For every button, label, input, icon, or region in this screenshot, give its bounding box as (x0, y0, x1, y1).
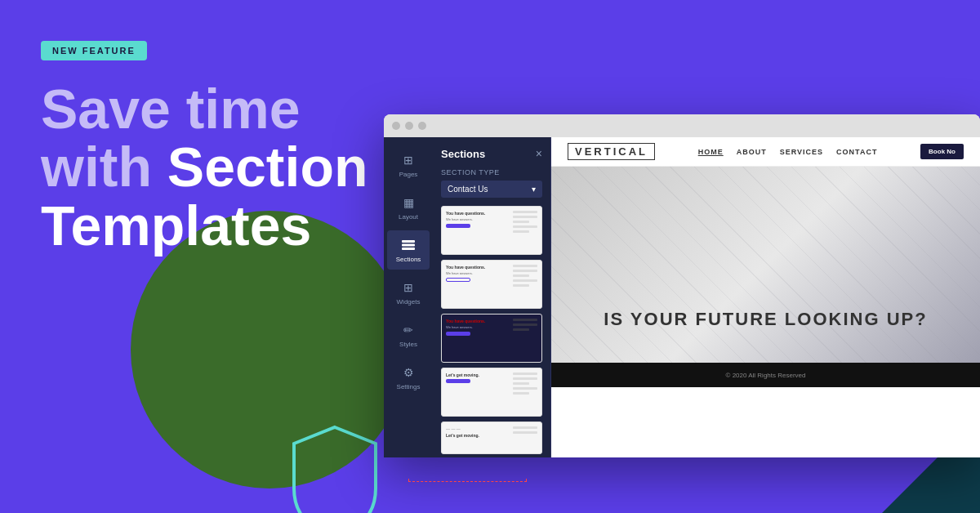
template-thumb-1[interactable]: You have questions. We have answers. (441, 206, 542, 255)
nav-link-services[interactable]: SERVICES (780, 148, 823, 156)
t5-form-line-2 (513, 431, 537, 434)
layout-label: Layout (399, 213, 418, 221)
t4-form-line-5 (513, 392, 529, 395)
t4-form-line-4 (513, 387, 537, 390)
nav-link-home[interactable]: HOME (698, 148, 724, 156)
selection-indicator (408, 479, 527, 482)
widgets-label: Widgets (397, 298, 421, 306)
t3-btn (446, 332, 470, 336)
t2-form (513, 265, 537, 287)
sections-label: Sections (396, 256, 421, 263)
dropdown-chevron-icon: ▾ (532, 185, 536, 194)
sidebar-item-styles[interactable]: ✏ Styles (387, 315, 430, 355)
template-thumb-4[interactable]: Let's get moving. (441, 368, 542, 417)
t4-form (513, 372, 537, 395)
section-type-dropdown[interactable]: Contact Us ▾ (441, 181, 542, 198)
browser-dot-1 (392, 122, 400, 130)
svg-rect-2 (402, 248, 415, 250)
t2-form-line-5 (513, 284, 529, 287)
svg-rect-0 (402, 240, 415, 243)
heading-line3: Templates (41, 194, 311, 256)
t3-form-line-1 (513, 319, 537, 321)
nav-link-about[interactable]: ABOUT (737, 148, 767, 156)
footer-text: © 2020 All Rights Reserved (726, 372, 806, 379)
heading-line1: Save time (41, 78, 301, 140)
settings-icon: ⚙ (400, 364, 416, 381)
settings-label: Settings (397, 383, 421, 390)
svg-rect-1 (402, 244, 415, 247)
left-content-area: NEW FEATURE Save time with Section Templ… (41, 41, 384, 255)
t2-form-line-3 (513, 274, 529, 277)
t4-form-line-1 (513, 372, 537, 375)
browser-dot-2 (405, 122, 413, 130)
main-heading: Save time with Section Templates (41, 80, 384, 255)
browser-content: ⊞ Pages ▦ Layout Sections (384, 137, 980, 457)
t4-form-line-2 (513, 377, 537, 380)
nav-link-contact[interactable]: CONTACT (836, 148, 877, 156)
hero-bg-pattern (551, 167, 980, 363)
template-thumb-2[interactable]: You have questions. We have answers. (441, 260, 542, 309)
browser-dot-3 (418, 122, 426, 130)
form-line-1 (513, 211, 537, 213)
template-thumb-5[interactable]: — — — Let's get moving. (441, 422, 542, 454)
panel-header: Sections × (441, 147, 542, 160)
nav-cta-button[interactable]: Book No (920, 144, 964, 159)
form-line-5 (513, 230, 529, 233)
footer-bar: © 2020 All Rights Reserved (551, 363, 980, 387)
sidebar-item-sections[interactable]: Sections (387, 230, 430, 270)
styles-label: Styles (399, 341, 417, 348)
section-type-value: Contact Us (448, 185, 488, 194)
section-type-label: Section Type (441, 168, 542, 176)
website-nav: VERTICAL HOME ABOUT SERVICES CONTACT Boo… (551, 137, 980, 167)
template-thumb-3[interactable]: You have questions. We have answers. (441, 314, 542, 363)
form-line-3 (513, 221, 529, 223)
t4-form-line-3 (513, 382, 529, 385)
sidebar-item-settings[interactable]: ⚙ Settings (387, 358, 430, 397)
panel-title: Sections (441, 148, 485, 160)
t1-btn (446, 224, 470, 228)
website-preview: VERTICAL HOME ABOUT SERVICES CONTACT Boo… (551, 137, 980, 457)
builder-sidebar: ⊞ Pages ▦ Layout Sections (384, 137, 433, 457)
t3-form (513, 319, 537, 331)
site-logo: VERTICAL (568, 143, 655, 160)
t2-form-line-1 (513, 265, 537, 267)
hero-headline: IS YOUR FUTURE LOOKING UP? (604, 309, 927, 330)
pages-icon: ⊞ (400, 152, 416, 168)
widgets-icon: ⊞ (400, 279, 416, 296)
mockup-area: ⊞ Pages ▦ Layout Sections (359, 114, 980, 482)
t4-btn (446, 379, 470, 383)
sidebar-item-layout[interactable]: ▦ Layout (387, 188, 430, 227)
t5-form-line-1 (513, 426, 537, 429)
t1-form (513, 211, 537, 233)
new-feature-badge: NEW FEATURE (41, 41, 147, 60)
t2-form-line-4 (513, 279, 537, 282)
sections-panel: Sections × Section Type Contact Us ▾ You… (433, 137, 551, 457)
browser-chrome (384, 114, 980, 137)
t2-form-line-2 (513, 270, 537, 272)
t5-form (513, 426, 537, 434)
t3-form-line-3 (513, 328, 529, 331)
sections-icon (400, 237, 416, 253)
form-line-2 (513, 216, 537, 218)
t3-form-line-2 (513, 323, 537, 326)
browser-window: ⊞ Pages ▦ Layout Sections (384, 114, 980, 457)
pages-label: Pages (399, 171, 418, 178)
hero-section: IS YOUR FUTURE LOOKING UP? (551, 167, 980, 363)
t2-btn (446, 278, 470, 282)
sidebar-item-widgets[interactable]: ⊞ Widgets (387, 273, 430, 312)
panel-close-button[interactable]: × (536, 147, 542, 160)
sidebar-item-pages[interactable]: ⊞ Pages (387, 145, 430, 185)
styles-icon: ✏ (400, 322, 416, 338)
heading-line2-light: with (41, 136, 167, 198)
form-line-4 (513, 225, 537, 228)
layout-icon: ▦ (400, 194, 416, 211)
nav-links: HOME ABOUT SERVICES CONTACT (698, 148, 878, 156)
heading-line2-bold: Section (167, 136, 368, 198)
